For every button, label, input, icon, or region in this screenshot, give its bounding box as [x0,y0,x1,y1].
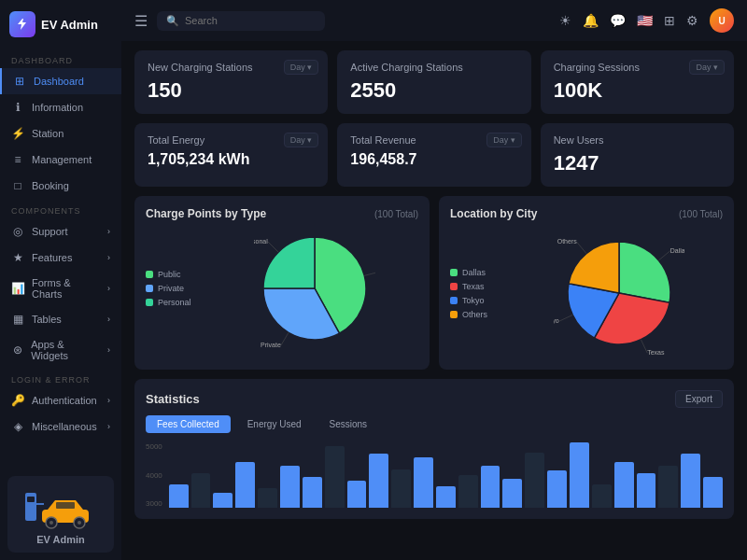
pie-line-dallas [658,251,669,260]
apps-widgets-icon: ⊛ [11,343,23,357]
flag-icon[interactable]: 🇺🇸 [637,13,653,28]
chat-icon[interactable]: 💬 [610,13,626,28]
sidebar-item-information[interactable]: ℹInformation [0,94,121,120]
bar-13 [458,475,478,508]
legend-item-others: Others [450,310,506,319]
stat-card-badge-new-charging-stations[interactable]: Day ▾ [284,60,319,75]
ev-admin-card: EV Admin [7,476,114,553]
bar-19 [592,484,612,508]
location-container: DallasTexasTokyoOthers DallasTexasTokyoO… [450,228,723,358]
sidebar-item-management[interactable]: ≡Management [0,147,121,173]
sidebar-item-tables[interactable]: ▦Tables› [0,306,121,332]
legend-label-dallas: Dallas [462,268,486,277]
stats-tab-energy-used[interactable]: Energy Used [236,415,313,433]
search-bar[interactable]: 🔍 [157,11,325,31]
pie-line-public [364,272,375,275]
bar-chart: 5000 4000 3000 [146,442,723,508]
header: ☰ 🔍 ☀ 🔔 💬 🇺🇸 ⊞ ⚙ U [121,0,747,41]
svg-rect-4 [56,502,75,509]
sidebar-item-apps-widgets[interactable]: ⊛Apps & Widgets› [0,332,121,368]
bar-1 [191,473,211,508]
tables-icon: ▦ [11,313,24,326]
dashboard-icon: ⊞ [13,75,26,88]
stat-card-badge-total-revenue[interactable]: Day ▾ [486,133,522,147]
legend-item-private: Private [146,284,202,293]
charge-points-pie: PublicPrivatePersonal [211,228,418,349]
bar-7 [325,446,345,508]
location-header: Location by City (100 Total) [450,207,723,220]
pie-label-others: Others [557,238,578,245]
bar-21 [637,473,656,508]
sun-icon[interactable]: ☀ [559,13,571,28]
sidebar-item-label-apps-widgets: Apps & Widgets [31,339,100,361]
legend-dot-dallas [450,269,458,276]
stat-card-total-revenue: Total Revenue196,458.7Day ▾ [337,123,530,187]
statistics-tabs: Fees CollectedEnergy UsedSessions [146,415,723,433]
sidebar-item-support[interactable]: ◎Support› [0,218,121,245]
legend-item-tokyo: Tokyo [450,296,506,305]
legend-label-personal: Personal [158,298,191,307]
sidebar-item-booking[interactable]: □Booking [0,173,121,199]
stat-card-title-new-users: New Users [554,134,721,146]
legend-item-dallas: Dallas [450,268,506,277]
charge-points-header: Charge Points by Type (100 Total) [146,207,418,220]
legend-dot-tokyo [450,297,458,304]
sidebar-item-forms-charts[interactable]: 📊Forms & Charts› [0,271,121,306]
sidebar-item-station[interactable]: ⚡Station [0,120,121,147]
support-icon: ◎ [11,225,24,238]
bar-5 [280,466,300,508]
sidebar: EV Admin DASHBOARD⊞DashboardℹInformation… [0,0,121,560]
sidebar-item-label-booking: Booking [32,180,69,191]
settings-icon[interactable]: ⚙ [686,13,698,28]
stat-card-value-new-users: 1247 [554,151,721,175]
bar-17 [547,470,567,508]
stats-tab-fees-collected[interactable]: Fees Collected [146,415,231,433]
bell-icon[interactable]: 🔔 [583,13,599,28]
stats-tab-sessions[interactable]: Sessions [318,415,379,433]
pie-label-private: Private [261,342,281,348]
legend-label-public: Public [158,270,181,279]
legend-item-public: Public [146,270,202,279]
sidebar-section-dashboard: DASHBOARD [0,49,121,68]
bar-8 [347,481,367,508]
stat-cards-grid: New Charging Stations150Day ▾Active Char… [134,50,734,187]
forms-charts-icon: 📊 [11,282,24,295]
export-button[interactable]: Export [675,390,723,408]
pie-line-others [577,242,586,253]
header-icons: ☀ 🔔 💬 🇺🇸 ⊞ ⚙ U [559,8,734,33]
sidebar-item-miscellaneous[interactable]: ◈Miscellaneous› [0,413,121,440]
bar-3 [235,462,255,508]
management-icon: ≡ [11,153,24,166]
sidebar-item-authentication[interactable]: 🔑Authentication› [0,387,121,413]
avatar[interactable]: U [710,8,734,33]
layout-icon[interactable]: ⊞ [664,13,675,28]
pie-label-texas: Texas [647,349,665,356]
legend-item-personal: Personal [146,298,202,307]
bar-18 [570,442,589,508]
bar-12 [436,486,456,508]
stat-card-badge-charging-sessions[interactable]: Day ▾ [689,60,725,75]
location-legend: DallasTexasTokyoOthers [450,268,506,319]
legend-label-others: Others [462,310,487,319]
y-axis-labels: 5000 4000 3000 [146,442,166,508]
bars-container [169,442,723,508]
legend-item-texas: Texas [450,282,506,291]
bar-16 [525,453,544,508]
hamburger-icon[interactable]: ☰ [134,12,148,30]
search-input[interactable] [185,15,316,26]
sidebar-item-features[interactable]: ★Features› [0,245,121,271]
pie-segment-dallas [619,242,670,302]
main-area: ☰ 🔍 ☀ 🔔 💬 🇺🇸 ⊞ ⚙ U New Charging Stations… [121,0,747,560]
stat-card-active-charging-stations: Active Charging Stations2550 [337,50,530,114]
sidebar-section-components: COMPONENTS [0,199,121,218]
bar-0 [169,484,189,508]
stat-card-badge-total-energy[interactable]: Day ▾ [284,133,319,147]
sidebar-item-dashboard[interactable]: ⊞Dashboard [0,68,121,94]
pie-label-dallas: Dallas [670,247,684,254]
pie-label-tokyo: Tokyo [554,317,559,325]
bar-23 [681,454,700,508]
sidebar-item-label-station: Station [32,128,63,139]
pie-line-texas [641,340,647,353]
y-label-4000: 4000 [146,471,162,480]
sidebar-item-label-dashboard: Dashboard [34,76,84,87]
